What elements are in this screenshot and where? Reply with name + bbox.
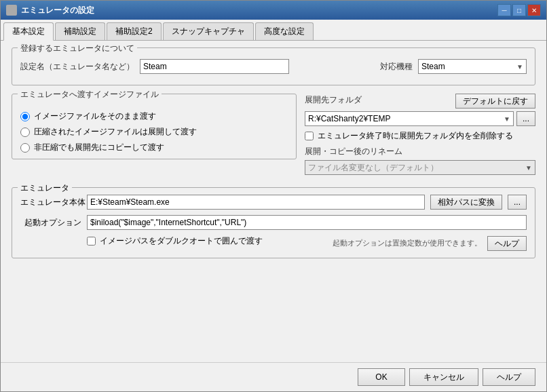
help-note: 起動オプションは置換定数が使用できます。 (333, 238, 482, 248)
combo-arrow-icon: ▼ (516, 63, 523, 71)
name-input[interactable] (140, 59, 289, 74)
title-bar-left: エミュレータの設定 (6, 5, 94, 16)
quote-checkbox-row: イメージパスをダブルクオートで囲んで渡す (87, 235, 263, 247)
tab-basic-settings[interactable]: 基本設定 (3, 22, 54, 41)
ok-button[interactable]: OK (358, 368, 405, 386)
delete-checkbox-label: エミュレータ終了時に展開先フォルダ内を全削除する (318, 130, 513, 142)
tab-assist-settings2[interactable]: 補助設定2 (107, 22, 162, 40)
radio-item-1[interactable]: 圧縮されたイメージファイルは展開して渡す (20, 126, 288, 138)
radio-item-2[interactable]: 非圧縮でも展開先にコピーして渡す (20, 142, 288, 153)
rename-combo[interactable]: ファイル名変更なし（デフォルト） ▼ (305, 160, 535, 175)
main-window: エミュレータの設定 ─ □ ✕ 基本設定 補助設定 補助設定2 スナップキャプチ… (0, 0, 547, 392)
delete-checkbox[interactable] (305, 132, 314, 140)
folder-section-label: 展開先フォルダ (305, 94, 362, 106)
rename-label: 展開・コピー後のリネーム (305, 146, 535, 157)
image-folder-layout: エミュレータへ渡すイメージファイル イメージファイルをそのまま渡す 圧縮されたイ… (12, 94, 535, 179)
registration-group-title: 登録するエミュレータについて (18, 43, 137, 54)
title-buttons: ─ □ ✕ (497, 4, 541, 16)
window-title: エミュレータの設定 (21, 5, 94, 16)
emulator-section: エミュレータ エミュレータ本体 相対パスに変換 ... 起動オプション イメージ… (12, 187, 535, 258)
close-button[interactable]: ✕ (527, 4, 541, 16)
compatible-combo[interactable]: Steam ▼ (418, 59, 527, 74)
help-button[interactable]: ヘルプ (483, 368, 535, 386)
option-row: 起動オプション (20, 215, 527, 230)
radio-copy[interactable] (20, 143, 30, 153)
option-bottom-row: イメージパスをダブルクオートで囲んで渡す 起動オプションは置換定数が使用できます… (87, 235, 527, 251)
help-btn[interactable]: ヘルプ (487, 236, 527, 251)
rename-section: 展開・コピー後のリネーム ファイル名変更なし（デフォルト） ▼ (305, 146, 535, 175)
option-label: 起動オプション (20, 217, 81, 229)
folder-combo-arrow-icon: ▼ (504, 115, 510, 123)
minimize-button[interactable]: ─ (497, 4, 511, 16)
option-input[interactable] (87, 215, 527, 230)
exe-browse-btn[interactable]: ... (508, 195, 527, 210)
radio-extract[interactable] (20, 128, 30, 137)
name-label: 設定名（エミュレータ名など） (20, 61, 134, 73)
default-btn[interactable]: デフォルトに戻す (455, 94, 535, 109)
rename-row: ファイル名変更なし（デフォルト） ▼ (305, 160, 535, 175)
folder-row: R:¥CatShanty2¥TEMP ▼ ... (305, 111, 535, 126)
delete-checkbox-row: エミュレータ終了時に展開先フォルダ内を全削除する (305, 130, 535, 142)
folder-browse-btn[interactable]: ... (516, 111, 535, 126)
bottom-bar: OK キャンセル ヘルプ (1, 362, 546, 391)
registration-name-row: 設定名（エミュレータ名など） 対応機種 Steam ▼ (20, 59, 527, 74)
exe-row: エミュレータ本体 相対パスに変換 ... (20, 195, 527, 210)
main-content: 登録するエミュレータについて 設定名（エミュレータ名など） 対応機種 Steam… (1, 41, 546, 362)
image-panel: エミュレータへ渡すイメージファイル イメージファイルをそのまま渡す 圧縮されたイ… (12, 94, 297, 179)
registration-group: 登録するエミュレータについて 設定名（エミュレータ名など） 対応機種 Steam… (12, 47, 535, 85)
title-bar: エミュレータの設定 ─ □ ✕ (1, 1, 546, 20)
compatible-label: 対応機種 (380, 61, 413, 73)
image-group-title: エミュレータへ渡すイメージファイル (18, 89, 162, 100)
rename-combo-arrow-icon: ▼ (525, 164, 532, 172)
image-group: エミュレータへ渡すイメージファイル イメージファイルをそのまま渡す 圧縮されたイ… (12, 94, 297, 159)
folder-panel: 展開先フォルダ デフォルトに戻す R:¥CatShanty2¥TEMP ▼ ..… (305, 94, 535, 179)
convert-path-btn[interactable]: 相対パスに変換 (430, 195, 502, 210)
cancel-button[interactable]: キャンセル (409, 368, 478, 386)
radio-item-0[interactable]: イメージファイルをそのまま渡す (20, 111, 288, 122)
maximize-button[interactable]: □ (512, 4, 526, 16)
emulator-section-title: エミュレータ (18, 182, 72, 194)
folder-combo[interactable]: R:¥CatShanty2¥TEMP ▼ (305, 111, 514, 126)
window-icon (6, 5, 17, 16)
radio-direct[interactable] (20, 112, 30, 121)
quote-checkbox-label: イメージパスをダブルクオートで囲んで渡す (100, 235, 263, 247)
radio-group: イメージファイルをそのまま渡す 圧縮されたイメージファイルは展開して渡す 非圧縮… (20, 111, 288, 153)
tab-advanced-settings[interactable]: 高度な設定 (255, 22, 314, 40)
tab-assist-settings[interactable]: 補助設定 (55, 22, 105, 40)
quote-checkbox[interactable] (87, 237, 96, 246)
help-row: 起動オプションは置換定数が使用できます。 ヘルプ (333, 236, 527, 251)
exe-input[interactable] (87, 195, 425, 210)
tab-snap-capture[interactable]: スナップキャプチャ (163, 22, 254, 40)
tab-bar: 基本設定 補助設定 補助設定2 スナップキャプチャ 高度な設定 (1, 20, 546, 41)
exe-label: エミュレータ本体 (20, 197, 81, 208)
